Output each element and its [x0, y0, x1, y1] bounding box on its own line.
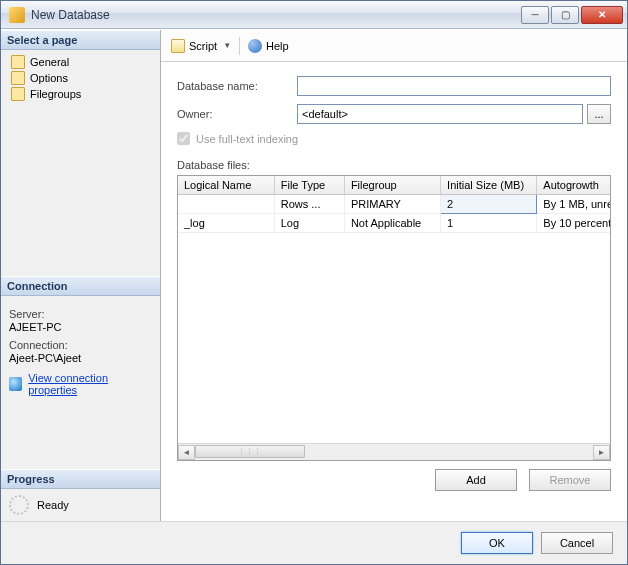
- fulltext-label: Use full-text indexing: [196, 133, 298, 145]
- script-button[interactable]: Script ▼: [171, 39, 231, 53]
- window-title: New Database: [31, 8, 521, 22]
- toolbar: Script ▼ Help: [161, 30, 627, 62]
- server-value: AJEET-PC: [9, 321, 152, 333]
- page-label: General: [30, 56, 69, 68]
- form-area: Database name: Owner: ... Use full-text …: [161, 62, 627, 461]
- progress-status: Ready: [37, 499, 69, 511]
- dbfiles-label: Database files:: [177, 159, 611, 171]
- close-button[interactable]: ✕: [581, 6, 623, 24]
- scroll-right-icon[interactable]: ►: [593, 445, 610, 460]
- maximize-button[interactable]: ▢: [551, 6, 579, 24]
- progress-spinner-icon: [9, 495, 29, 515]
- connection-value: Ajeet-PC\Ajeet: [9, 352, 152, 364]
- window-buttons: ─ ▢ ✕: [521, 6, 623, 24]
- page-item-options[interactable]: Options: [7, 70, 160, 86]
- progress-body: Ready: [1, 489, 160, 521]
- grid-button-bar: Add Remove: [161, 461, 627, 495]
- dbname-input[interactable]: [297, 76, 611, 96]
- scroll-thumb[interactable]: ⋮⋮⋮: [195, 445, 305, 458]
- page-icon: [11, 55, 25, 69]
- select-page-header: Select a page: [1, 30, 160, 50]
- help-label: Help: [266, 40, 289, 52]
- right-pane: Script ▼ Help Database name: Owner: ...: [161, 30, 627, 521]
- page-icon: [11, 87, 25, 101]
- dbfiles-grid: Logical Name File Type Filegroup Initial…: [177, 175, 611, 461]
- owner-input[interactable]: [297, 104, 583, 124]
- page-item-filegroups[interactable]: Filegroups: [7, 86, 160, 102]
- toolbar-separator: [239, 37, 240, 55]
- page-list: General Options Filegroups: [1, 50, 160, 114]
- left-pane: Select a page General Options Filegroups…: [1, 30, 161, 521]
- col-filegroup[interactable]: Filegroup: [344, 176, 440, 195]
- chevron-down-icon: ▼: [223, 41, 231, 50]
- col-logical-name[interactable]: Logical Name: [178, 176, 274, 195]
- cell-fgroup[interactable]: Not Applicable: [344, 214, 440, 233]
- scroll-track[interactable]: ⋮⋮⋮: [195, 445, 593, 460]
- dialog-body: Select a page General Options Filegroups…: [1, 29, 627, 521]
- cell-fgroup[interactable]: PRIMARY: [344, 195, 440, 214]
- cell-logical[interactable]: [178, 195, 274, 214]
- scroll-left-icon[interactable]: ◄: [178, 445, 195, 460]
- server-label: Server:: [9, 308, 152, 320]
- connection-icon: [9, 377, 22, 391]
- cell-isize[interactable]: 2: [441, 195, 537, 214]
- table-row[interactable]: _log Log Not Applicable 1 By 10 percent,…: [178, 214, 611, 233]
- col-autogrowth[interactable]: Autogrowth: [537, 176, 611, 195]
- help-button[interactable]: Help: [248, 39, 289, 53]
- minimize-button[interactable]: ─: [521, 6, 549, 24]
- connection-label: Connection:: [9, 339, 152, 351]
- connection-body: Server: AJEET-PC Connection: Ajeet-PC\Aj…: [1, 296, 160, 470]
- title-bar: New Database ─ ▢ ✕: [1, 1, 627, 29]
- horizontal-scrollbar[interactable]: ◄ ⋮⋮⋮ ►: [178, 443, 610, 460]
- cell-logical[interactable]: _log: [178, 214, 274, 233]
- page-label: Options: [30, 72, 68, 84]
- cell-autog[interactable]: By 10 percent, unrestricted growth: [537, 214, 611, 233]
- cell-isize[interactable]: 1: [441, 214, 537, 233]
- dialog-button-bar: OK Cancel: [1, 521, 627, 564]
- dialog-window: New Database ─ ▢ ✕ Select a page General…: [0, 0, 628, 565]
- view-connection-link[interactable]: View connection properties: [28, 372, 152, 396]
- ok-button[interactable]: OK: [461, 532, 533, 554]
- owner-browse-button[interactable]: ...: [587, 104, 611, 124]
- page-item-general[interactable]: General: [7, 54, 160, 70]
- add-button[interactable]: Add: [435, 469, 517, 491]
- db-icon: [9, 7, 25, 23]
- dbname-label: Database name:: [177, 80, 297, 92]
- cell-ftype[interactable]: Log: [274, 214, 344, 233]
- help-icon: [248, 39, 262, 53]
- col-initial-size[interactable]: Initial Size (MB): [441, 176, 537, 195]
- table-row[interactable]: Rows ... PRIMARY 2 By 1 MB, unrestricted…: [178, 195, 611, 214]
- page-icon: [11, 71, 25, 85]
- script-label: Script: [189, 40, 217, 52]
- cell-ftype[interactable]: Rows ...: [274, 195, 344, 214]
- progress-header: Progress: [1, 469, 160, 489]
- col-file-type[interactable]: File Type: [274, 176, 344, 195]
- page-label: Filegroups: [30, 88, 81, 100]
- cancel-button[interactable]: Cancel: [541, 532, 613, 554]
- connection-header: Connection: [1, 276, 160, 296]
- script-icon: [171, 39, 185, 53]
- remove-button: Remove: [529, 469, 611, 491]
- grid-empty-area: [178, 233, 610, 443]
- cell-autog[interactable]: By 1 MB, unrestricted growth: [537, 195, 611, 214]
- fulltext-checkbox: [177, 132, 190, 145]
- owner-label: Owner:: [177, 108, 297, 120]
